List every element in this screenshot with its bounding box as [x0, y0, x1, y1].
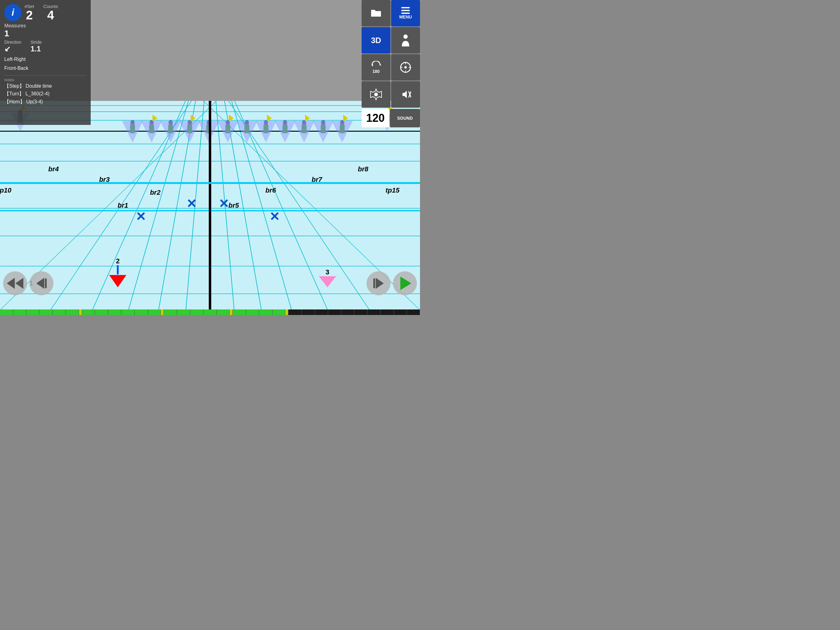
tl-cell	[13, 309, 27, 315]
tl-cell	[108, 309, 122, 315]
tl-cell	[82, 309, 95, 315]
sound-row: 120 SOUND	[362, 109, 420, 127]
folder-button[interactable]	[362, 0, 390, 27]
tl-cell-yellow	[230, 309, 233, 315]
nav-controls	[0, 269, 420, 297]
tl-cell	[122, 309, 135, 315]
menu-label: MENU	[399, 14, 412, 19]
play-button[interactable]	[393, 271, 417, 295]
field-label-br1: br1	[117, 201, 128, 209]
tl-cell	[328, 309, 341, 315]
set-value: 2	[26, 9, 33, 21]
notes-line-1: 【Step】 Double time	[4, 82, 87, 90]
person-button[interactable]	[391, 27, 420, 54]
rewind-button[interactable]	[3, 271, 27, 295]
folder-icon	[371, 8, 382, 19]
tl-cell	[354, 309, 368, 315]
sound-button[interactable]: SOUND	[390, 109, 420, 127]
field-label-br4: br4	[48, 165, 59, 173]
notes-line-2: 【Turn】 L_360(2-4)	[4, 90, 87, 98]
settings-button[interactable]	[362, 81, 390, 108]
svg-marker-2	[380, 64, 381, 66]
field-label-br9: br8	[358, 165, 368, 173]
mute-button[interactable]	[391, 81, 420, 108]
measures-value: 1	[4, 28, 87, 38]
step-forward-button[interactable]	[366, 271, 390, 295]
field-label-br7: br6	[265, 187, 276, 195]
tl-cell	[368, 309, 381, 315]
svg-point-4	[404, 66, 407, 69]
play-icon	[400, 277, 411, 290]
tl-cell	[0, 309, 13, 315]
tl-cell	[259, 309, 272, 315]
tl-cell	[217, 309, 230, 315]
tl-cell	[164, 309, 177, 315]
rotate180-button[interactable]: 180	[362, 54, 390, 81]
menu-button[interactable]: MENU	[391, 0, 420, 27]
tl-cell	[204, 309, 217, 315]
bottom-timeline	[0, 309, 420, 315]
field-label-tp15: tp15	[385, 187, 399, 195]
direction-value: ↙	[4, 44, 21, 53]
fb-label: Front-Back	[4, 64, 87, 73]
notes-line-3: 【Horn】 Up(3-4)	[4, 98, 87, 106]
tl-cell-yellow	[285, 309, 288, 315]
tl-cell	[302, 309, 315, 315]
tl-cell	[341, 309, 355, 315]
notes-label: notes	[4, 78, 87, 82]
tl-cell	[177, 309, 190, 315]
stride-label: Stride	[30, 40, 42, 44]
tl-cell	[148, 309, 161, 315]
tl-cell-yellow	[79, 309, 82, 315]
tl-cell	[27, 309, 39, 315]
direction-label: Direction	[4, 40, 21, 44]
tl-cell	[135, 309, 148, 315]
svg-point-0	[403, 35, 408, 39]
info-icon[interactable]: i	[4, 4, 22, 21]
tl-cell	[288, 309, 302, 315]
right-toolbar: MENU 3D 180	[362, 0, 420, 127]
tl-cell	[394, 309, 407, 315]
field-label-tp10: tp10	[0, 187, 11, 195]
field-label-br6: br5	[229, 201, 239, 209]
svg-point-9	[374, 93, 378, 96]
tl-cell	[407, 309, 420, 315]
tl-cell	[52, 309, 66, 315]
stride-value: 1.1	[30, 44, 42, 53]
tl-cell	[190, 309, 204, 315]
tl-cell-yellow	[161, 309, 164, 315]
lr-label: Left-Right	[4, 55, 87, 64]
field-label-br2: br2	[150, 188, 161, 196]
3d-label: 3D	[371, 36, 381, 45]
counts-value: 4	[47, 9, 54, 21]
tl-cell	[315, 309, 328, 315]
tl-cell	[246, 309, 259, 315]
info-panel: i #Set 2 Counts 4 Measures 1 Direction ↙…	[0, 0, 91, 125]
tl-cell	[272, 309, 286, 315]
tl-cell	[66, 309, 79, 315]
tl-cell	[95, 309, 108, 315]
tl-cell	[39, 309, 52, 315]
tl-cell	[381, 309, 394, 315]
measures-label: Measures	[4, 23, 87, 28]
tl-cell	[233, 309, 246, 315]
3d-button[interactable]: 3D	[362, 27, 390, 54]
rotate-label: 180	[373, 69, 379, 74]
bpm-display: 120	[362, 109, 389, 127]
prev-button[interactable]	[30, 271, 54, 295]
target-button[interactable]	[391, 54, 420, 81]
